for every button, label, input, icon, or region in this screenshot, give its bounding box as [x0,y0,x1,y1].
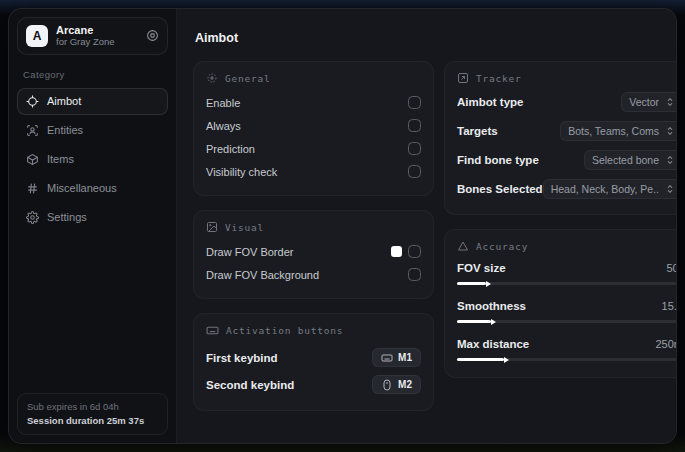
activation-buttons-card: Activation buttons First keybind M1 Seco… [193,313,434,411]
option-row: Draw FOV Background [206,263,421,286]
draw-fov-border-checkbox[interactable] [408,245,421,258]
option-label: Visibility check [206,166,277,178]
box-icon [26,153,39,166]
keyboard-icon [206,324,219,337]
option-label: Draw FOV Border [206,246,293,258]
mouse-icon [381,379,393,391]
slider-label: Smoothness [457,300,526,312]
find-bone-type-dropdown[interactable]: Selected bone [584,150,676,170]
tracker-row: Targets Bots, Teams, Coms [457,120,676,142]
power-icon[interactable] [146,29,159,42]
category-label: Category [23,69,162,80]
sidebar-item-label: Settings [47,211,87,223]
general-card: General Enable Always Prediction [193,61,434,196]
visual-card: Visual Draw FOV Border Draw FOV Backgrou… [193,210,434,299]
slider-label: FOV size [457,262,506,274]
session-duration-text: Session duration 25m 37s [27,414,158,428]
subscription-card: Sub expires in 6d 04h Session duration 2… [17,393,168,436]
always-checkbox[interactable] [408,119,421,132]
brand-logo: A [26,25,48,47]
option-row: Second keybind M2 [206,371,421,398]
sidebar-item-miscellaneous[interactable]: Miscellaneous [17,175,168,202]
sidebar-item-items[interactable]: Items [17,146,168,173]
sidebar-item-label: Items [47,153,74,165]
draw-fov-background-checkbox[interactable] [408,268,421,281]
card-title: Tracker [476,73,522,84]
keybind-value: M2 [398,379,412,390]
tracker-card: Tracker Aimbot type Vector Targets [444,61,676,215]
aimbot-type-dropdown[interactable]: Vector [621,92,676,112]
slider-group: FOV size 50° [457,259,676,287]
option-label: Second keybind [206,379,294,391]
targets-dropdown[interactable]: Bots, Teams, Coms [560,121,676,141]
option-label: Draw FOV Background [206,269,319,281]
tracker-row: Aimbot type Vector [457,91,676,113]
chevron-updown-icon [665,97,675,107]
sidebar-item-entities[interactable]: Entities [17,117,168,144]
slider-thumb[interactable] [457,282,486,285]
slider-group: Max distance 250m [457,335,676,363]
second-keybind-button[interactable]: M2 [372,375,421,394]
slider-value: 50° [666,262,676,274]
card-title: Accuracy [476,241,528,252]
max-distance-slider[interactable] [457,353,676,363]
smoothness-slider[interactable] [457,315,676,325]
option-label: First keybind [206,352,278,364]
image-icon [206,221,218,233]
bones-selected-dropdown[interactable]: Head, Neck, Body, Pe.. [543,179,676,199]
prediction-checkbox[interactable] [408,142,421,155]
sidebar-item-label: Miscellaneous [47,182,117,194]
dropdown-value: Vector [629,96,659,108]
brand-text: Arcane for Gray Zone [56,24,138,48]
option-label: Prediction [206,143,255,155]
chevron-updown-icon [665,184,675,194]
dropdown-value: Head, Neck, Body, Pe.. [551,183,659,195]
brand-card: A Arcane for Gray Zone [17,17,168,55]
option-label: Enable [206,97,240,109]
sub-expiry-text: Sub expires in 6d 04h [27,400,158,414]
sidebar-item-settings[interactable]: Settings [17,204,168,231]
option-row: Visibility check [206,160,421,183]
option-row: Prediction [206,137,421,160]
crosshair-icon [206,72,218,84]
tracker-row: Bones Selected Head, Neck, Body, Pe.. [457,178,676,200]
sidebar-item-label: Aimbot [47,95,81,107]
brand-subtitle: for Gray Zone [56,37,138,48]
dropdown-value: Selected bone [592,154,659,166]
accuracy-card: Accuracy FOV size 50° [444,229,676,378]
gear-icon [26,211,39,224]
enable-checkbox[interactable] [408,96,421,109]
page-title: Aimbot [195,31,662,45]
chevron-updown-icon [665,155,675,165]
slider-value: 15.0 [662,300,676,312]
keyboard-icon [381,352,393,364]
card-title: General [225,73,271,84]
hash-icon [26,182,39,195]
slider-value: 250m [655,338,676,350]
tracker-label: Aimbot type [457,96,523,108]
chevron-updown-icon [665,126,675,136]
visibility-check-checkbox[interactable] [408,165,421,178]
sidebar-item-aimbot[interactable]: Aimbot [17,88,168,115]
option-label: Always [206,120,241,132]
fov-border-color-swatch[interactable] [391,246,402,257]
sidebar-item-label: Entities [47,124,83,136]
tracker-row: Find bone type Selected bone [457,149,676,171]
first-keybind-button[interactable]: M1 [372,348,421,367]
entities-icon [26,124,39,137]
slider-group: Smoothness 15.0 [457,297,676,325]
main-panel: Aimbot General Enable Alw [177,9,676,443]
slider-thumb[interactable] [457,358,504,361]
tracker-label: Targets [457,125,498,137]
slider-thumb[interactable] [457,320,491,323]
option-row: Draw FOV Border [206,240,421,263]
slider-label: Max distance [457,338,529,350]
crosshair-icon [26,95,39,108]
card-title: Visual [225,222,264,233]
tracker-label: Bones Selected [457,183,543,195]
option-row: Always [206,114,421,137]
triangle-icon [457,240,469,252]
fov-size-slider[interactable] [457,277,676,287]
card-title: Activation buttons [226,325,343,336]
brand-title: Arcane [56,24,138,37]
